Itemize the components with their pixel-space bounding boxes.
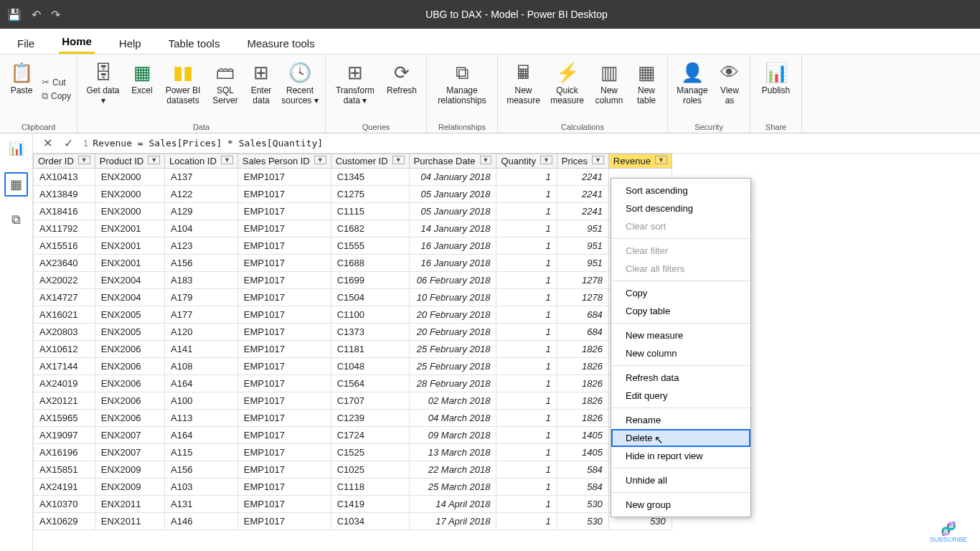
table-cell[interactable]: ENX2009 bbox=[95, 479, 164, 496]
table-row[interactable]: AX15851ENX2009A156EMP1017C102522 March 2… bbox=[34, 461, 672, 479]
table-cell[interactable]: A103 bbox=[165, 479, 238, 496]
table-row[interactable]: AX20022ENX2004A183EMP1017C169906 Februar… bbox=[34, 272, 672, 289]
column-filter-dropdown[interactable]: ▼ bbox=[392, 156, 405, 164]
table-cell[interactable]: C1115 bbox=[331, 203, 409, 220]
table-cell[interactable]: EMP1017 bbox=[237, 203, 331, 220]
table-cell[interactable]: ENX2001 bbox=[95, 255, 164, 272]
context-menu-item[interactable]: Unhide all bbox=[611, 471, 750, 489]
table-cell[interactable]: 06 February 2018 bbox=[409, 272, 496, 289]
table-row[interactable]: AX11792ENX2001A104EMP1017C168214 January… bbox=[34, 220, 672, 237]
table-cell[interactable]: 16 January 2018 bbox=[409, 255, 496, 272]
column-header[interactable]: Revenue▼ bbox=[608, 154, 672, 169]
view-as-button[interactable]: 👁View as bbox=[715, 57, 744, 121]
table-cell[interactable]: A164 bbox=[165, 427, 238, 444]
table-cell[interactable]: A179 bbox=[165, 289, 238, 306]
column-filter-dropdown[interactable]: ▼ bbox=[655, 156, 667, 164]
table-cell[interactable]: 684 bbox=[557, 324, 608, 341]
table-cell[interactable]: ENX2009 bbox=[95, 461, 164, 479]
table-cell[interactable]: A137 bbox=[165, 169, 238, 186]
tab-measure-tools[interactable]: Measure tools bbox=[244, 33, 317, 54]
column-header[interactable]: Product ID▼ bbox=[95, 154, 164, 169]
table-cell[interactable]: AX10370 bbox=[34, 496, 95, 513]
table-cell[interactable]: C1345 bbox=[331, 169, 409, 186]
table-row[interactable]: AX16021ENX2005A177EMP1017C110020 Februar… bbox=[34, 306, 672, 324]
table-cell[interactable]: EMP1017 bbox=[237, 461, 331, 479]
table-cell[interactable]: AX14727 bbox=[34, 289, 95, 306]
table-cell[interactable]: AX19097 bbox=[34, 427, 95, 444]
save-icon[interactable]: 💾 bbox=[7, 8, 22, 22]
table-cell[interactable]: 13 March 2018 bbox=[409, 444, 496, 461]
table-cell[interactable]: 25 February 2018 bbox=[409, 358, 496, 375]
tab-file[interactable]: File bbox=[14, 33, 37, 54]
table-cell[interactable]: ENX2006 bbox=[95, 341, 164, 358]
table-cell[interactable]: A115 bbox=[165, 444, 238, 461]
table-cell[interactable]: 25 March 2018 bbox=[409, 479, 496, 496]
column-filter-dropdown[interactable]: ▼ bbox=[78, 156, 90, 164]
table-cell[interactable]: AX10612 bbox=[34, 341, 95, 358]
table-cell[interactable]: EMP1017 bbox=[237, 427, 331, 444]
table-cell[interactable]: 684 bbox=[557, 306, 608, 324]
column-header[interactable]: Purchase Date▼ bbox=[409, 154, 496, 169]
table-cell[interactable]: 14 April 2018 bbox=[409, 496, 496, 513]
table-cell[interactable]: ENX2001 bbox=[95, 237, 164, 255]
table-cell[interactable]: 1278 bbox=[557, 272, 608, 289]
table-cell[interactable]: 22 March 2018 bbox=[409, 461, 496, 479]
table-cell[interactable]: C1419 bbox=[331, 496, 409, 513]
table-cell[interactable]: 2241 bbox=[557, 186, 608, 203]
sql-server-button[interactable]: 🗃SQL Server bbox=[209, 57, 242, 121]
table-cell[interactable]: 1826 bbox=[557, 410, 608, 427]
data-view-icon[interactable]: ▦ bbox=[4, 172, 28, 197]
table-cell[interactable]: AX17144 bbox=[34, 358, 95, 375]
table-cell[interactable]: C1724 bbox=[331, 427, 409, 444]
new-measure-button[interactable]: 🖩New measure bbox=[504, 57, 543, 121]
table-row[interactable]: AX10413ENX2000A137EMP1017C134504 January… bbox=[34, 169, 672, 186]
table-cell[interactable]: ENX2004 bbox=[95, 289, 164, 306]
model-view-icon[interactable]: ⧉ bbox=[7, 209, 25, 230]
table-cell[interactable]: 10 February 2018 bbox=[409, 289, 496, 306]
table-cell[interactable]: A131 bbox=[165, 496, 238, 513]
manage-relationships-button[interactable]: ⧉Manage relationships bbox=[433, 57, 491, 121]
table-cell[interactable]: 04 March 2018 bbox=[409, 410, 496, 427]
table-cell[interactable]: 1 bbox=[496, 324, 557, 341]
table-cell[interactable]: A156 bbox=[165, 255, 238, 272]
table-cell[interactable]: 1 bbox=[496, 479, 557, 496]
table-row[interactable]: AX17144ENX2006A108EMP1017C104825 Februar… bbox=[34, 358, 672, 375]
table-cell[interactable]: C1181 bbox=[331, 341, 409, 358]
table-cell[interactable]: EMP1017 bbox=[237, 186, 331, 203]
table-cell[interactable]: 1 bbox=[496, 410, 557, 427]
table-cell[interactable]: C1034 bbox=[331, 513, 409, 530]
manage-roles-button[interactable]: 👤Manage roles bbox=[674, 57, 711, 121]
column-header[interactable]: Sales Person ID▼ bbox=[237, 154, 331, 169]
table-row[interactable]: AX19097ENX2007A164EMP1017C172409 March 2… bbox=[34, 427, 672, 444]
table-cell[interactable]: AX23640 bbox=[34, 255, 95, 272]
table-cell[interactable]: 584 bbox=[557, 479, 608, 496]
table-cell[interactable]: 17 April 2018 bbox=[409, 513, 496, 530]
commit-formula-icon[interactable]: ✓ bbox=[64, 136, 73, 150]
table-cell[interactable]: EMP1017 bbox=[237, 220, 331, 237]
table-cell[interactable]: C1504 bbox=[331, 289, 409, 306]
table-row[interactable]: AX15965ENX2006A113EMP1017C123904 March 2… bbox=[34, 410, 672, 427]
table-cell[interactable]: 1 bbox=[496, 306, 557, 324]
table-cell[interactable]: 530 bbox=[557, 513, 608, 530]
table-row[interactable]: AX10612ENX2006A141EMP1017C118125 Februar… bbox=[34, 341, 672, 358]
table-cell[interactable]: AX15965 bbox=[34, 410, 95, 427]
table-cell[interactable]: 1 bbox=[496, 237, 557, 255]
table-cell[interactable]: ENX2004 bbox=[95, 272, 164, 289]
table-row[interactable]: AX20121ENX2006A100EMP1017C170702 March 2… bbox=[34, 392, 672, 410]
context-menu-item[interactable]: New column bbox=[611, 344, 750, 362]
context-menu-item[interactable]: New measure bbox=[611, 326, 750, 344]
table-cell[interactable]: ENX2005 bbox=[95, 324, 164, 341]
table-cell[interactable]: AX10413 bbox=[34, 169, 95, 186]
table-cell[interactable]: 1 bbox=[496, 220, 557, 237]
table-cell[interactable]: A164 bbox=[165, 375, 238, 392]
table-cell[interactable]: AX20803 bbox=[34, 324, 95, 341]
context-menu-item[interactable]: Sort descending bbox=[611, 199, 750, 217]
table-cell[interactable]: C1564 bbox=[331, 375, 409, 392]
column-header[interactable]: Customer ID▼ bbox=[331, 154, 409, 169]
column-filter-dropdown[interactable]: ▼ bbox=[480, 156, 492, 164]
table-cell[interactable]: EMP1017 bbox=[237, 496, 331, 513]
table-cell[interactable]: 25 February 2018 bbox=[409, 341, 496, 358]
table-row[interactable]: AX18416ENX2000A129EMP1017C111505 January… bbox=[34, 203, 672, 220]
table-cell[interactable]: EMP1017 bbox=[237, 324, 331, 341]
formula-text[interactable]: Revenue = Sales[Prices] * Sales[Quantity… bbox=[93, 138, 323, 149]
